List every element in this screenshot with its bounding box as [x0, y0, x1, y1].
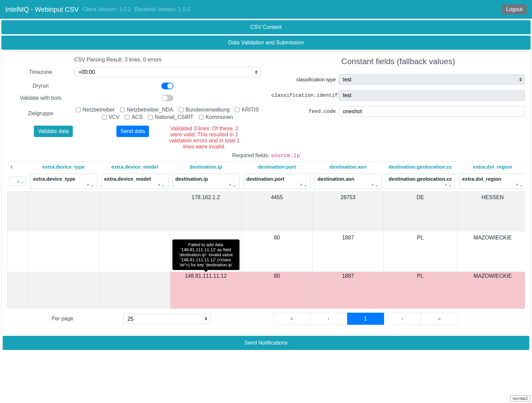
table-cell	[28, 272, 99, 309]
send-notifications-button[interactable]: Send Notifications	[3, 336, 529, 350]
column-header[interactable]: destination.port	[242, 162, 313, 172]
clear-icon[interactable]: ×	[158, 182, 160, 187]
page-first[interactable]: «	[273, 313, 310, 325]
timezone-label: Timezone	[7, 69, 74, 75]
backend-version: Backend Version: 1.0.2	[135, 6, 190, 12]
classification-identifier-input[interactable]	[338, 90, 525, 101]
data-table: rextra.device_typeextra.device_modeldest…	[7, 162, 525, 309]
table-cell: HESSEN	[457, 191, 525, 231]
column-header[interactable]: destination.ip	[170, 162, 242, 172]
table-cell: 1887	[313, 272, 384, 309]
column-header[interactable]: r	[7, 162, 28, 172]
zielgruppe-vcv[interactable]: VCV	[102, 114, 120, 120]
required-fields: Required fields: source.ip	[2, 152, 530, 159]
column-field-selector[interactable]: extra.device_model×⌄	[101, 174, 168, 189]
validate-data-button[interactable]: Validate data	[34, 126, 73, 137]
column-field-selector[interactable]: destination.asn×⌄	[315, 174, 382, 189]
zielgruppe-checkbox[interactable]	[199, 115, 204, 120]
chevron-down-icon[interactable]: ⌄	[448, 182, 452, 187]
clear-icon[interactable]: ×	[371, 182, 374, 187]
column-field-selector[interactable]: extra.dst_region×⌄	[459, 174, 525, 189]
validation-body: CSV Parsing Result: 3 lines, 0 errors Ti…	[1, 51, 531, 334]
zielgruppe-kommunen[interactable]: Kommunen	[199, 114, 233, 120]
classification-type-select[interactable]: test	[338, 74, 525, 85]
column-field-selector[interactable]: destination.geolocation.cc×⌄	[386, 174, 455, 189]
zielgruppe-netzbetreiber_nda[interactable]: Netzbetreiber_NDA	[120, 107, 173, 113]
page-current[interactable]: 1	[347, 313, 384, 325]
zielgruppe-netzbetreiber[interactable]: Netzbetreiber	[76, 107, 115, 113]
column-header[interactable]: destination.asn	[313, 162, 384, 172]
table-cell: 178.162.1.2	[170, 191, 242, 231]
feed-code-input[interactable]	[338, 106, 525, 117]
send-data-button[interactable]: Send data	[116, 126, 149, 137]
table-cell: 28753	[313, 191, 384, 231]
chevron-down-icon[interactable]: ⌄	[375, 182, 379, 187]
zielgruppe-checkbox[interactable]	[148, 115, 153, 120]
classification-identifier-label: classification.identifier	[271, 93, 338, 98]
section-validation[interactable]: Data Validation and Submission	[1, 36, 531, 50]
dryrun-toggle[interactable]	[161, 83, 173, 89]
per-page-select[interactable]: 25	[123, 314, 210, 324]
zielgruppe-checkbox[interactable]	[179, 107, 183, 112]
clear-icon[interactable]: ×	[87, 182, 89, 187]
clear-icon[interactable]: ×	[300, 182, 303, 187]
table-cell: 148.81.111.11.12	[170, 272, 242, 309]
chevron-down-icon[interactable]: ⌄	[232, 182, 236, 187]
table-cell	[7, 231, 28, 272]
table-cell: DE	[384, 191, 457, 231]
zielgruppe-checkbox[interactable]	[76, 107, 81, 112]
logout-button[interactable]: Logout	[502, 4, 527, 14]
table-cell	[99, 272, 170, 309]
table-cell	[99, 231, 170, 272]
navbar: IntelMQ - Webinput CSV Client Version: 1…	[0, 0, 532, 19]
constant-fields-title: Constant fields (fallback values)	[271, 57, 525, 66]
timezone-select[interactable]: +00:00	[74, 67, 261, 77]
validate-bots-toggle[interactable]	[161, 95, 173, 101]
zielgruppe-kritis[interactable]: KRITIS	[235, 107, 259, 113]
zielgruppe-checkbox[interactable]	[235, 107, 240, 112]
clear-icon[interactable]: ×	[17, 179, 19, 184]
chevron-down-icon[interactable]: ⌄	[161, 182, 165, 187]
table-cell	[7, 191, 28, 231]
column-field-selector[interactable]: destination.port×⌄	[244, 174, 311, 189]
zielgruppe-checkbox[interactable]	[125, 115, 129, 120]
validation-message: Validated 3 lines. Of these, 2 were vali…	[166, 126, 243, 150]
clear-icon[interactable]: ×	[516, 182, 519, 187]
column-field-selector[interactable]: extra.device_type×⌄	[30, 174, 97, 189]
column-header[interactable]: extra.dst_region	[457, 162, 525, 172]
client-version: Client Version: 1.0.2	[83, 6, 131, 12]
page-prev[interactable]: ‹	[310, 313, 347, 325]
table-cell: PL	[384, 272, 457, 309]
zielgruppe-checkbox[interactable]	[102, 115, 107, 120]
column-header[interactable]: destination.geolocation.cc	[384, 162, 457, 172]
column-header[interactable]: extra.device_model	[99, 162, 170, 172]
page-last[interactable]: »	[421, 313, 458, 325]
chevron-down-icon[interactable]: ⌄	[519, 182, 523, 187]
chevron-down-icon[interactable]: ⌄	[90, 182, 94, 187]
clear-icon[interactable]: ×	[445, 182, 447, 187]
table-cell: MAZOWIECKIE	[457, 272, 525, 309]
data-table-wrap: rextra.device_typeextra.device_modeldest…	[7, 162, 525, 309]
zielgruppe-national_csirt[interactable]: National_CSIRT	[148, 114, 193, 120]
column-header[interactable]: extra.device_type	[28, 162, 99, 172]
section-csv-content[interactable]: CSV Content	[1, 20, 531, 34]
feed-code-label: feed.code	[271, 109, 338, 115]
table-cell	[7, 272, 28, 309]
table-cell: PL	[384, 231, 457, 272]
page-next[interactable]: ›	[384, 313, 421, 325]
column-field-selector[interactable]: destination.ip×⌄	[172, 174, 240, 189]
navbar-brand: IntelMQ - Webinput CSV	[5, 6, 79, 13]
table-cell	[99, 191, 170, 231]
table-cell: 4455	[242, 191, 313, 231]
zielgruppe-bundesverwaltung[interactable]: Bundesverwaltung	[179, 107, 230, 113]
clear-icon[interactable]: ×	[229, 182, 231, 187]
table-cell: MAZOWIECKIE	[457, 231, 525, 272]
zielgruppe-acs[interactable]: ACS	[125, 114, 143, 120]
zielgruppe-checkbox[interactable]	[120, 107, 125, 112]
chevron-down-icon[interactable]: ⌄	[304, 182, 308, 187]
table-cell	[28, 191, 99, 231]
chevron-down-icon[interactable]: ⌄	[20, 179, 24, 184]
table-cell: 80	[242, 231, 313, 272]
column-field-selector[interactable]: ×⌄	[9, 177, 26, 186]
validate-bots-label: Validate with bots	[7, 95, 74, 101]
